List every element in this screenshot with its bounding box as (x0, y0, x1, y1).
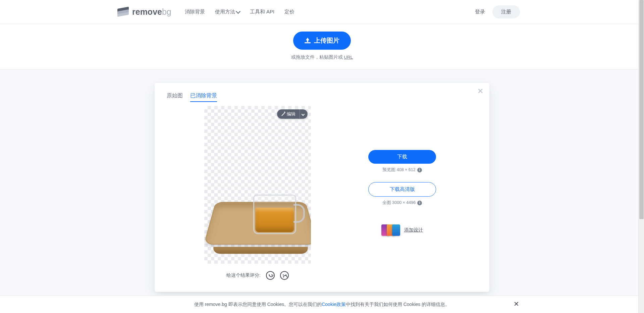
upload-button-label: 上传图片 (314, 36, 339, 45)
nav-tools-label: 工具和 API (250, 9, 274, 15)
nav-remove-bg-label: 消除背景 (185, 9, 205, 15)
close-icon: ✕ (477, 87, 483, 95)
download-button-label: 下载 (397, 154, 407, 159)
cookie-policy-label: Cookie政策 (322, 302, 346, 307)
chevron-down-icon (236, 9, 240, 13)
subject-illustration-cup (253, 195, 296, 234)
nav-pricing[interactable]: 定价 (284, 9, 294, 15)
download-button[interactable]: 下载 (368, 150, 436, 164)
brand-logo[interactable]: removebg (117, 7, 171, 17)
login-link[interactable]: 登录 (475, 9, 485, 15)
cookie-banner: 使用 remove.bg 即表示您同意使用 Cookies。您可以在我们的Coo… (0, 296, 644, 313)
edit-button[interactable]: 编辑 (277, 109, 308, 119)
nav-how-to[interactable]: 使用方法 (215, 9, 240, 15)
upload-image-button[interactable]: 上传图片 (293, 32, 351, 50)
tab-removed-label: 已消除背景 (190, 93, 217, 98)
nav-how-to-label: 使用方法 (215, 9, 235, 15)
close-icon: ✕ (514, 300, 519, 308)
actions-column: 下载 预览图 408 × 612 i 下载高清版 全图 3000 × 4496 … (327, 106, 477, 280)
cookie-text-post: 中找到有关于我们如何使用 Cookies 的详细信息。 (346, 302, 450, 307)
rating-row: 给这个结果评分: (226, 271, 289, 280)
auth-links: 登录 注册 (475, 5, 520, 18)
upload-section: 上传图片 或拖放文件，粘贴图片或 URL (0, 24, 644, 69)
full-dimensions: 全图 3000 × 4496 i (382, 200, 422, 206)
cookie-text-pre: 使用 remove.bg 即表示您同意使用 Cookies。您可以在我们的 (194, 302, 322, 307)
preview-dimensions: 预览图 408 × 612 i (382, 167, 422, 173)
result-preview: 编辑 (204, 106, 311, 264)
magic-wand-icon (281, 112, 285, 116)
divider (300, 109, 300, 119)
tab-original[interactable]: 原始图 (167, 92, 183, 102)
signup-button[interactable]: 注册 (492, 5, 520, 18)
card-body: 编辑 (167, 106, 477, 280)
cookie-text: 使用 remove.bg 即表示您同意使用 Cookies。您可以在我们的Coo… (194, 302, 450, 308)
brand-name: remove (132, 7, 162, 16)
nav-tools-api[interactable]: 工具和 API (250, 9, 274, 15)
upload-icon (305, 38, 311, 43)
signup-label: 注册 (501, 9, 511, 14)
add-design-label: 添加设计 (404, 227, 423, 232)
paste-url-label: URL (344, 55, 353, 60)
thumbs-down-face-icon[interactable] (280, 271, 289, 280)
chevron-down-icon (302, 112, 305, 116)
add-design-link[interactable]: 添加设计 (381, 224, 423, 236)
result-card: ✕ 原始图 已消除背景 编辑 (155, 83, 489, 292)
design-thumb (392, 224, 400, 236)
upload-subtext: 或拖放文件，粘贴图片或 URL (0, 54, 644, 60)
upload-sub-prefix: 或拖放文件，粘贴图片或 (291, 55, 344, 60)
full-dimensions-label: 全图 3000 × 4496 (382, 200, 416, 206)
scrollbar-thumb[interactable] (639, 0, 644, 219)
nav-remove-bg[interactable]: 消除背景 (185, 9, 205, 15)
edit-button-label: 编辑 (287, 111, 296, 117)
cookie-policy-link[interactable]: Cookie政策 (322, 302, 346, 307)
topbar: removebg 消除背景 使用方法 工具和 API 定价 登录 注册 (0, 0, 644, 24)
tab-removed-bg[interactable]: 已消除背景 (190, 92, 217, 102)
download-hd-button-label: 下载高清版 (390, 187, 415, 192)
close-card-button[interactable]: ✕ (477, 88, 483, 95)
brand-suffix: bg (162, 7, 171, 16)
nav-pricing-label: 定价 (284, 9, 294, 15)
scrollbar[interactable] (638, 0, 644, 313)
paste-url-link[interactable]: URL (344, 55, 353, 60)
logo-icon (117, 8, 129, 16)
thumbs-up-face-icon[interactable] (266, 271, 275, 280)
rating-prompt: 给这个结果评分: (226, 272, 261, 278)
download-hd-button[interactable]: 下载高清版 (368, 182, 436, 197)
cookie-close-button[interactable]: ✕ (514, 300, 519, 308)
result-tabs: 原始图 已消除背景 (167, 92, 477, 102)
login-label: 登录 (475, 9, 485, 14)
preview-column: 编辑 (204, 106, 311, 280)
info-icon[interactable]: i (417, 201, 422, 205)
result-stage: ✕ 原始图 已消除背景 编辑 (0, 69, 644, 313)
tab-original-label: 原始图 (167, 93, 183, 98)
main-nav: 消除背景 使用方法 工具和 API 定价 (185, 9, 294, 15)
preview-dimensions-label: 预览图 408 × 612 (382, 167, 415, 173)
info-icon[interactable]: i (417, 168, 422, 172)
design-thumbnails (381, 224, 400, 236)
